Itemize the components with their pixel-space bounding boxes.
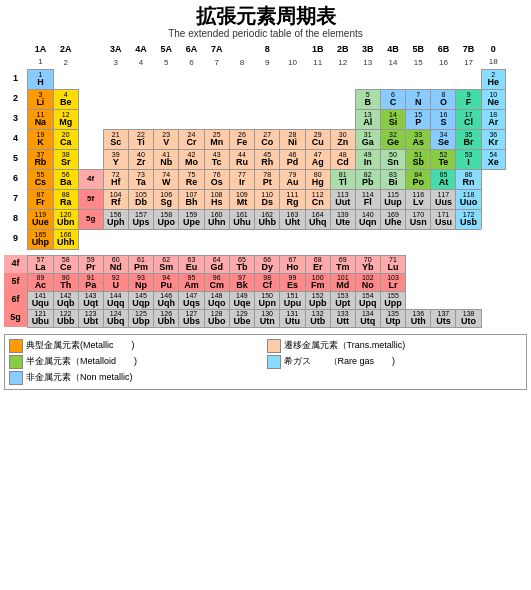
legend-metallic-box [9,339,23,353]
element-145: 145Uqp [128,291,153,309]
element-136: 136Uth [406,309,431,327]
element-Np: 93Np [128,273,153,291]
element-Re: 75Re [179,169,204,189]
element-154: 154Upq [355,291,380,309]
element-Tc: 43Tc [204,149,229,169]
element-160: 160Uhn [204,209,229,229]
col-num-8: 8 [229,57,254,69]
element-He: 2He [481,69,505,89]
element-Na: 11Na [28,109,53,129]
element-Cm: 96Cm [204,273,229,291]
element-Al: 13Al [355,109,380,129]
element-158: 158Upo [154,209,179,229]
element-Rf: 104Rf [103,189,128,209]
element-Sg: 106Sg [154,189,179,209]
element-Yb: 70Yb [355,255,380,273]
col-num-11: 11 [305,57,330,69]
period-2: 2 [4,89,28,109]
element-155: 155Upp [380,291,405,309]
element-159: 159Upe [179,209,204,229]
subtitle: The extended periodic table of the eleme… [4,28,527,39]
element-Th: 90Th [53,273,78,291]
lanthanide-series-label: 4f [4,255,28,273]
element-Y: 39Y [103,149,128,169]
element-151: 151Upu [280,291,305,309]
element-Lu: 71Lu [380,255,405,273]
element-Sr: 38Sr [53,149,78,169]
element-150: 150Upn [255,291,280,309]
element-Ge: 32Ge [380,129,405,149]
element-138: 138Uto [456,309,481,327]
legend-metalloid-box [9,355,23,369]
element-At: 85At [431,169,456,189]
element-Nb: 41Nb [154,149,179,169]
col-num-9: 9 [255,57,280,69]
element-119: 119Uue [28,209,53,229]
col-6A: 6A [179,43,204,57]
element-133: 133Utt [330,309,355,327]
period-6: 6 [4,169,28,189]
element-Ne: 10Ne [481,89,505,109]
col-num-18: 18 [481,57,505,69]
col-8: 8 [229,43,305,57]
element-120: 120Ubn [53,209,78,229]
element-141: 141Uqu [28,291,53,309]
col-4A: 4A [128,43,153,57]
element-Li: 3Li [28,89,53,109]
element-135: 135Utp [380,309,405,327]
element-129: 129Ube [229,309,254,327]
element-Pt: 78Pt [255,169,280,189]
legend-metalloid-label: 半金属元素（Metalloid ) [26,355,137,368]
element-Bi: 83Bi [380,169,405,189]
element-Bh: 107Bh [179,189,204,209]
element-162: 162Uhb [255,209,280,229]
element-Fl: 114Fl [355,189,380,209]
actinide-series-label: 5f [4,273,28,291]
element-Cf: 98Cf [255,273,280,291]
period-9: 9 [4,229,28,249]
element-170: 170Usn [406,209,431,229]
col-5B: 5B [406,43,431,57]
element-Sn: 50Sn [380,149,405,169]
element-140: 140Uqn [355,209,380,229]
element-Es: 99Es [280,273,305,291]
element-Fe: 26Fe [229,129,254,149]
legend-metalloid: 半金属元素（Metalloid ) [9,355,265,369]
element-Zn: 30Zn [330,129,355,149]
superactinide-series-label: 6f [4,291,28,309]
element-Uup: 115Uup [380,189,405,209]
col-num-7: 7 [204,57,229,69]
periodic-table: 1A 2A 3A 4A 5A 6A 7A 8 1B 2B 3B 4B 5B 6B… [4,43,527,328]
element-Sm: 62Sm [154,255,179,273]
lanthanide-marker-6: 4f [78,169,103,189]
element-As: 33As [406,129,431,149]
element-142: 142Uqb [53,291,78,309]
element-157: 157Ups [128,209,153,229]
col-num-2: 2 [53,57,78,69]
element-137: 137Uts [431,309,456,327]
page-title: 拡張元素周期表 [4,4,527,28]
element-122: 122Ubb [53,309,78,327]
element-148: 148Uqo [204,291,229,309]
element-Au: 79Au [280,169,305,189]
element-Hf: 72Hf [103,169,128,189]
element-Rh: 45Rh [255,149,280,169]
element-Mn: 25Mn [204,129,229,149]
element-Fr: 87Fr [28,189,53,209]
element-131: 131Utu [280,309,305,327]
element-Ag: 47Ag [305,149,330,169]
element-166: 166Uhh [53,229,78,249]
element-Rg: 111Rg [280,189,305,209]
element-125: 125Ubp [128,309,153,327]
element-Lv: 116Lv [406,189,431,209]
element-124: 124Ubq [103,309,128,327]
element-Nd: 60Nd [103,255,128,273]
col-num-13: 13 [355,57,380,69]
element-U: 92U [103,273,128,291]
element-Cl: 17Cl [456,109,481,129]
element-143: 143Uqt [78,291,103,309]
col-num-4: 4 [128,57,153,69]
col-num-3: 3 [103,57,128,69]
element-H: 1H [28,69,53,89]
element-Ca: 20Ca [53,129,78,149]
